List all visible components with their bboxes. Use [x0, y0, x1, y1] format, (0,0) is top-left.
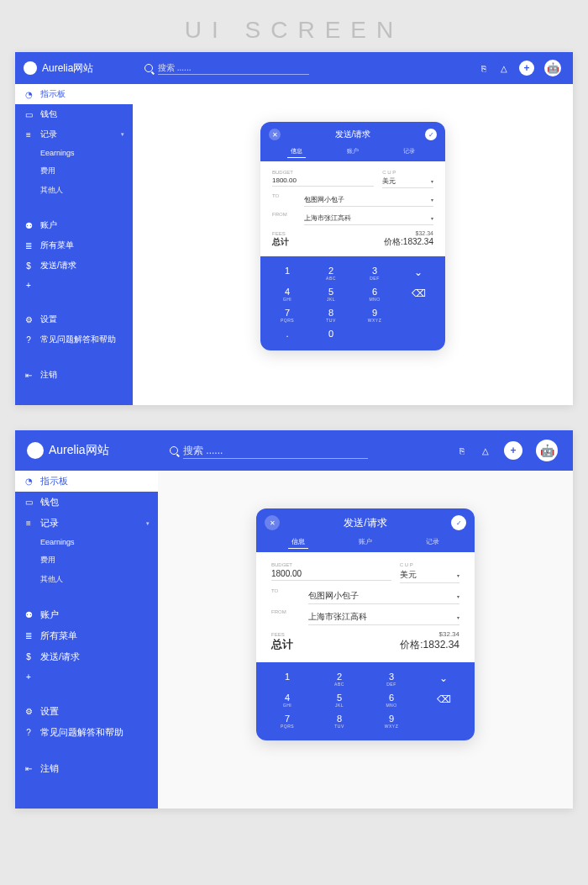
key-9[interactable]: 9WXYZ [375, 714, 408, 729]
sidebar-item-sendrequest[interactable]: $发送/请求 [15, 646, 158, 667]
search-input[interactable] [183, 443, 368, 459]
tab-info[interactable]: 信息 [287, 145, 306, 158]
to-field[interactable]: 包图网小包子▾ [304, 193, 433, 207]
sidebar-item-sendrequest[interactable]: $发送/请求 [15, 255, 133, 276]
logo-icon [24, 61, 37, 75]
send-request-modal: ✕ 发送/请求 ✓ 信息 账户 记录 BUDGET 1800.00 [256, 508, 475, 740]
from-field[interactable]: 上海市张江高科▾ [308, 609, 459, 625]
dollar-icon: $ [24, 652, 34, 662]
confirm-button[interactable]: ✓ [425, 129, 437, 140]
currency-select[interactable]: 美元▾ [382, 175, 433, 188]
budget-field[interactable]: 1800.00 [271, 567, 391, 581]
key-0[interactable]: 0 [314, 329, 348, 339]
currency-select[interactable]: 美元▾ [400, 567, 459, 583]
key-backspace[interactable]: ⌫ [402, 287, 435, 302]
avatar[interactable]: 🤖 [544, 60, 561, 76]
sidebar-item-faq[interactable]: ?常见问题解答和帮助 [15, 722, 158, 743]
archive-icon[interactable]: ⎘ [457, 445, 467, 456]
key-2[interactable]: 2ABC [314, 266, 348, 281]
chevron-down-icon: ▾ [431, 197, 433, 203]
key-7[interactable]: 7PQRS [270, 308, 304, 323]
close-button[interactable]: ✕ [269, 129, 281, 140]
sidebar-item-earnings[interactable]: Eearnings [15, 145, 133, 161]
budget-field[interactable]: 1800.00 [272, 175, 374, 187]
modal-title: 发送/请求 [335, 129, 371, 140]
plus-icon: + [24, 280, 34, 290]
add-button[interactable]: + [504, 441, 522, 460]
help-icon: ? [24, 335, 34, 345]
archive-icon[interactable]: ⎘ [479, 63, 489, 73]
tab-account[interactable]: 账户 [355, 535, 375, 549]
sidebar-item-dashboard[interactable]: ◔指示板 [15, 84, 133, 104]
sidebar-item-accounts[interactable]: ⚉账户 [15, 215, 133, 235]
key-backspace[interactable]: ⌫ [427, 693, 460, 708]
sidebar-item-add[interactable]: + [15, 276, 133, 294]
sidebar-item-earnings[interactable]: Eearnings [15, 534, 158, 550]
key-4[interactable]: 4GHI [270, 287, 304, 302]
sidebar-item-faq[interactable]: ?常见问题解答和帮助 [15, 329, 133, 350]
sidebar-item-settings[interactable]: ⚙设置 [15, 701, 158, 722]
total-label: 总计 [271, 637, 293, 652]
tab-record[interactable]: 记录 [423, 535, 443, 549]
key-3[interactable]: 3DEF [375, 672, 408, 687]
search-icon [144, 64, 153, 72]
sidebar-item-add[interactable]: + [15, 667, 158, 686]
confirm-button[interactable]: ✓ [451, 515, 466, 530]
sidebar-item-wallet[interactable]: ▭钱包 [15, 492, 158, 513]
key-8[interactable]: 8TUV [314, 308, 348, 323]
sidebar-item-logout[interactable]: ⇤注销 [15, 365, 133, 385]
key-2[interactable]: 2ABC [323, 672, 356, 687]
to-field[interactable]: 包图网小包子▾ [308, 588, 459, 604]
key-6[interactable]: 6MNO [358, 287, 391, 302]
sidebar-item-expenses[interactable]: 费用 [15, 550, 158, 570]
sidebar-item-expenses[interactable]: 费用 [15, 161, 133, 181]
tab-record[interactable]: 记录 [400, 145, 418, 158]
help-icon: ? [24, 728, 34, 738]
key-1[interactable]: 1 [270, 672, 304, 687]
key-empty3 [402, 329, 435, 339]
sidebar-item-others[interactable]: 其他人 [15, 570, 158, 589]
key-3[interactable]: 3DEF [358, 266, 391, 281]
chevron-down-icon: ▾ [457, 593, 459, 599]
tab-account[interactable]: 账户 [344, 145, 362, 158]
key-5[interactable]: 5JKL [314, 287, 348, 302]
fees-value: $32.34 [400, 630, 459, 638]
sidebar-item-allmenus[interactable]: ≣所有菜单 [15, 625, 158, 646]
key-8[interactable]: 8TUV [323, 714, 356, 729]
key-4[interactable]: 4GHI [270, 693, 304, 708]
chevron-down-icon: ▾ [431, 178, 433, 184]
avatar[interactable]: 🤖 [536, 440, 558, 461]
key-9[interactable]: 9WXYZ [358, 308, 391, 323]
tab-info[interactable]: 信息 [288, 535, 308, 549]
sidebar-item-allmenus[interactable]: ≣所有菜单 [15, 235, 133, 255]
add-button[interactable]: + [519, 61, 534, 76]
key-empty [402, 308, 435, 323]
key-collapse[interactable]: ⌄ [427, 672, 460, 687]
sidebar-item-wallet[interactable]: ▭钱包 [15, 104, 133, 124]
key-dot[interactable]: . [270, 329, 304, 339]
sidebar-item-dashboard[interactable]: ◔指示板 [15, 471, 158, 492]
close-button[interactable]: ✕ [265, 515, 280, 530]
key-6[interactable]: 6MNO [375, 693, 408, 708]
app-window-top: Aurelia网站 ⎘ △ + 🤖 ◔指示板 ▭钱包 ≡记录▾ Eearning… [15, 52, 573, 405]
chevron-down-icon: ▾ [457, 572, 459, 578]
key-7[interactable]: 7PQRS [270, 714, 304, 729]
numeric-keypad: 1 2ABC 3DEF ⌄ 4GHI 5JKL 6MNO ⌫ 7PQRS 8TU… [256, 662, 475, 740]
from-label: From [271, 609, 300, 614]
search-input[interactable] [158, 61, 309, 75]
key-1[interactable]: 1 [270, 266, 304, 281]
key-collapse[interactable]: ⌄ [402, 266, 435, 281]
key-5[interactable]: 5JKL [323, 693, 356, 708]
sidebar-item-logout[interactable]: ⇤注销 [15, 758, 158, 779]
sidebar-item-settings[interactable]: ⚙设置 [15, 309, 133, 329]
sidebar-item-records[interactable]: ≡记录▾ [15, 124, 133, 145]
sidebar: ◔指示板 ▭钱包 ≡记录▾ Eearnings 费用 其他人 ⚉账户 ≣所有菜单… [15, 471, 158, 809]
bell-icon[interactable]: △ [480, 445, 491, 456]
fees-value: $32.34 [384, 230, 433, 236]
page-heading: UI SCREEN [0, 0, 588, 52]
sidebar-item-records[interactable]: ≡记录▾ [15, 513, 158, 534]
bell-icon[interactable]: △ [499, 63, 509, 73]
from-field[interactable]: 上海市张江高科▾ [304, 212, 433, 225]
sidebar-item-accounts[interactable]: ⚉账户 [15, 604, 158, 625]
sidebar-item-others[interactable]: 其他人 [15, 181, 133, 200]
